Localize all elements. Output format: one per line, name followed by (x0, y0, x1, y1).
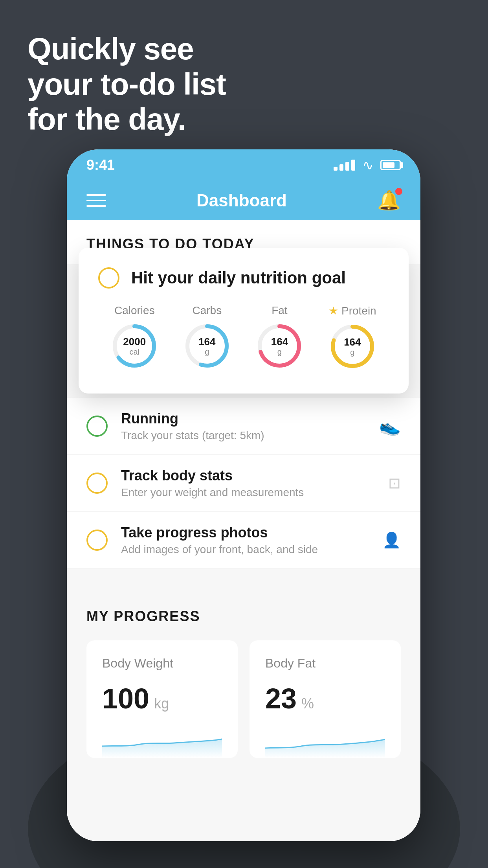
hero-line2: your to-do list (28, 67, 226, 102)
nutrition-card-title: Hit your daily nutrition goal (131, 268, 346, 287)
notification-button[interactable]: 🔔 (377, 189, 401, 211)
content-area: THINGS TO DO TODAY Hit your daily nutrit… (67, 220, 420, 841)
calories-value: 2000 cal (123, 336, 146, 356)
todo-item-photos[interactable]: Take progress photos Add images of your … (67, 512, 420, 569)
battery-icon (380, 160, 401, 170)
photos-title: Take progress photos (121, 524, 369, 541)
nutrition-card[interactable]: Hit your daily nutrition goal Calories 2… (79, 248, 409, 394)
person-icon: 👤 (382, 531, 401, 549)
status-bar: 9:41 ∿ (67, 149, 420, 181)
body-fat-value: 23 (265, 682, 297, 715)
running-subtitle: Track your stats (target: 5km) (121, 429, 366, 442)
notification-badge (395, 188, 402, 195)
status-time: 9:41 (86, 157, 115, 173)
body-fat-card-title: Body Fat (265, 656, 385, 671)
progress-section: MY PROGRESS Body Weight 100 kg (67, 585, 420, 774)
body-weight-value: 100 (102, 682, 149, 715)
fat-donut: 164 g (256, 322, 303, 370)
body-weight-unit: kg (154, 695, 169, 712)
protein-donut: 164 g (329, 323, 376, 370)
running-checkbox[interactable] (86, 416, 108, 437)
body-stats-checkbox[interactable] (86, 473, 108, 494)
carbs-value: 164 g (198, 336, 215, 356)
protein-value: 164 g (344, 337, 361, 357)
scale-icon: ⊡ (388, 474, 401, 492)
star-icon: ★ (328, 304, 338, 317)
nutrition-card-header: Hit your daily nutrition goal (98, 267, 389, 289)
body-stats-text: Track body stats Enter your weight and m… (121, 467, 375, 499)
wifi-icon: ∿ (362, 157, 373, 173)
body-weight-card[interactable]: Body Weight 100 kg (86, 640, 238, 758)
carbs-label: Carbs (192, 304, 222, 317)
fat-value: 164 g (271, 336, 288, 356)
calories-donut: 2000 cal (111, 322, 158, 370)
status-icons: ∿ (334, 157, 401, 173)
hero-line1: Quickly see (28, 31, 226, 67)
body-fat-sparkline (265, 726, 385, 758)
body-fat-card[interactable]: Body Fat 23 % (250, 640, 401, 758)
protein-label: ★ Protein (328, 304, 376, 317)
todo-item-body-stats[interactable]: Track body stats Enter your weight and m… (67, 455, 420, 512)
body-weight-card-title: Body Weight (102, 656, 222, 671)
hero-text: Quickly see your to-do list for the day. (28, 31, 226, 137)
signal-icon (334, 160, 355, 171)
nutrition-grid: Calories 2000 cal Carbs (98, 304, 389, 370)
running-icon: 👟 (379, 416, 401, 436)
fat-item: Fat 164 g (256, 304, 303, 370)
todo-list: Running Track your stats (target: 5km) 👟… (67, 398, 420, 569)
todo-item-running[interactable]: Running Track your stats (target: 5km) 👟 (67, 398, 420, 455)
nav-bar-title: Dashboard (196, 191, 287, 210)
hamburger-menu-button[interactable] (86, 194, 106, 207)
body-weight-value-row: 100 kg (102, 682, 222, 715)
nav-bar: Dashboard 🔔 (67, 181, 420, 220)
photos-checkbox[interactable] (86, 530, 108, 551)
body-fat-unit: % (301, 695, 314, 712)
body-stats-title: Track body stats (121, 467, 375, 484)
running-title: Running (121, 410, 366, 427)
fat-label: Fat (272, 304, 287, 317)
calories-label: Calories (114, 304, 155, 317)
running-text: Running Track your stats (target: 5km) (121, 410, 366, 442)
photos-text: Take progress photos Add images of your … (121, 524, 369, 556)
calories-item: Calories 2000 cal (111, 304, 158, 370)
body-fat-value-row: 23 % (265, 682, 385, 715)
carbs-item: Carbs 164 g (183, 304, 231, 370)
nutrition-checkbox[interactable] (98, 267, 119, 289)
protein-item: ★ Protein 164 g (328, 304, 376, 370)
progress-title: MY PROGRESS (86, 608, 401, 625)
body-stats-subtitle: Enter your weight and measurements (121, 486, 375, 499)
hero-line3: for the day. (28, 102, 226, 137)
carbs-donut: 164 g (183, 322, 231, 370)
progress-grid: Body Weight 100 kg (86, 640, 401, 758)
photos-subtitle: Add images of your front, back, and side (121, 543, 369, 556)
phone-mockup: 9:41 ∿ Dashboard 🔔 (67, 149, 420, 841)
body-weight-sparkline (102, 726, 222, 758)
